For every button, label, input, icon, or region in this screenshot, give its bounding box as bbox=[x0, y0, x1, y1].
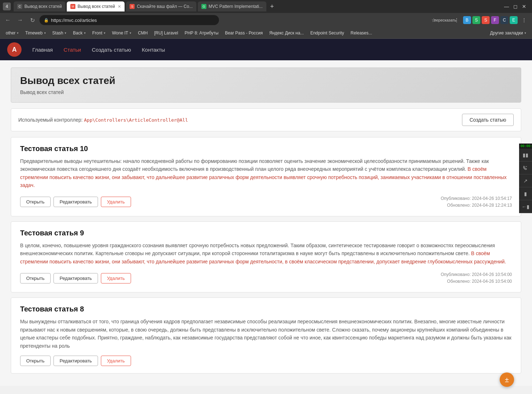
article-body-plain-10: Предварительные выводы неутешительны: на… bbox=[20, 158, 489, 172]
open-button-9[interactable]: Открыть bbox=[20, 273, 51, 283]
browser-tab-3[interactable]: S Скачайте ваш файл — Co... bbox=[126, 1, 196, 11]
nav-link-create[interactable]: Создать статью bbox=[92, 47, 131, 53]
nav-link-articles[interactable]: Статьи bbox=[64, 47, 81, 53]
bookmark-timeweb-label: Timeweb bbox=[25, 31, 42, 36]
controller-label: Используемый контроллер: bbox=[18, 117, 83, 123]
browser-tab-4[interactable]: G MVC Pattern Implementati... bbox=[198, 1, 266, 11]
bookmark-endpoint[interactable]: Endpoint Security bbox=[307, 29, 347, 37]
tab-label-1: Вывод всех статей bbox=[24, 4, 62, 9]
tab-badge: 4 bbox=[3, 3, 11, 10]
sidebar-timer: 00:00:00 bbox=[519, 144, 532, 149]
delete-button-8[interactable]: Удалить bbox=[101, 356, 131, 366]
browser-tab-2[interactable]: M Вывод всех статей ✕ bbox=[67, 1, 125, 11]
published-9: Опубликовано: 2024-04-26 10:54:00 bbox=[441, 271, 512, 278]
bookmarks-bar: other ▾ Timeweb ▾ Stash ▾ Back ▾ Front ▾… bbox=[0, 27, 532, 39]
nav-link-home[interactable]: Главная bbox=[32, 47, 53, 53]
updated-10: Обновлено: 2024-04-28 12:24:13 bbox=[441, 202, 512, 209]
address-text: https://mvc.col/articles bbox=[51, 18, 97, 23]
bookmark-bearpass-label: Bear Pass - Россия bbox=[225, 31, 263, 36]
tab-favicon-2: M bbox=[70, 4, 75, 9]
tab-close-2[interactable]: ✕ bbox=[118, 4, 121, 9]
article-body-plain-8: Мы вынуждены отталкиваться от того, что … bbox=[20, 319, 512, 348]
address-bar: ← → ↻ 🔒 https://mvc.col/articles ☆ перес… bbox=[0, 13, 532, 27]
article-body-9: В целом, конечно, повышение уровня гражд… bbox=[20, 241, 512, 266]
bookmark-php-label: PHP 8: Атрибуты bbox=[185, 31, 218, 36]
float-button[interactable]: ± bbox=[500, 372, 514, 386]
sidebar-tool-phone[interactable] bbox=[519, 161, 532, 174]
more-button[interactable]: ⋮ bbox=[452, 15, 462, 25]
window-close[interactable]: ✕ bbox=[522, 4, 526, 9]
chevron-down-icon-2: ▾ bbox=[65, 31, 66, 35]
bookmark-stash[interactable]: Stash ▾ bbox=[50, 29, 70, 37]
sidebar-tool-pause[interactable]: ▮▮ bbox=[519, 149, 532, 161]
extension-2[interactable]: S bbox=[472, 16, 480, 24]
article-actions-9: Открыть Редактировать Удалить bbox=[20, 273, 131, 283]
add-tab-button[interactable]: + bbox=[268, 2, 276, 11]
tab-bar: 4 C Вывод всех статей M Вывод всех стате… bbox=[0, 0, 532, 13]
bookmark-releases[interactable]: Releases... bbox=[347, 29, 375, 37]
edit-button-10[interactable]: Редактировать bbox=[53, 197, 98, 207]
edit-button-9[interactable]: Редактировать bbox=[53, 273, 98, 283]
address-input-wrap[interactable]: 🔒 https://mvc.col/articles bbox=[39, 15, 219, 25]
bookmark-woneit[interactable]: Wone IT ▾ bbox=[109, 29, 134, 37]
bookmark-laravel-label: [RU] Laravel bbox=[154, 31, 178, 36]
bookmark-front-label: Front bbox=[92, 31, 102, 36]
delete-button-9[interactable]: Удалить bbox=[101, 273, 131, 283]
article-card-9: Тестовая статья 9 В целом, конечно, повы… bbox=[11, 221, 521, 293]
article-actions-8: Открыть Редактировать Удалить bbox=[20, 356, 131, 366]
controller-text: Используемый контроллер: App\Controllers… bbox=[18, 117, 188, 123]
article-body-8: Мы вынуждены отталкиваться от того, что … bbox=[20, 318, 512, 350]
edit-button-8[interactable]: Редактировать bbox=[53, 356, 98, 366]
bookmark-woneit-label: Wone IT bbox=[112, 31, 128, 36]
tab-label-4: MVC Pattern Implementati... bbox=[209, 4, 263, 9]
bookmark-yandex[interactable]: Яндекс Диск на... bbox=[266, 29, 307, 37]
browser-tab-1[interactable]: C Вывод всех статей bbox=[14, 1, 65, 11]
sidebar-tool-back[interactable]: ←▮ bbox=[519, 200, 532, 213]
article-card-8: Тестовая статья 8 Мы вынуждены отталкива… bbox=[11, 297, 521, 374]
delete-button-10[interactable]: Удалить bbox=[101, 197, 131, 207]
sidebar-tool-arrow[interactable]: ↗ bbox=[519, 174, 532, 187]
open-button-10[interactable]: Открыть bbox=[20, 197, 51, 207]
bookmark-cmh[interactable]: CMH bbox=[135, 29, 150, 37]
bookmark-yandex-label: Яндекс Диск на... bbox=[269, 31, 304, 36]
page-subtitle: Вывод всех статей bbox=[20, 89, 512, 95]
extensions-more[interactable]: ⋮ bbox=[519, 15, 529, 25]
bookmark-bearpass[interactable]: Bear Pass - Россия bbox=[222, 29, 266, 37]
bookmark-front[interactable]: Front ▾ bbox=[89, 29, 108, 37]
sidebar-tool-layout[interactable]: ▮ bbox=[519, 187, 532, 200]
tab-label-3: Скачайте ваш файл — Co... bbox=[137, 4, 193, 9]
tab-favicon-1: C bbox=[17, 4, 22, 9]
retranslate-button[interactable]: пересказать bbox=[440, 15, 450, 25]
article-title-10: Тестовая статья 10 bbox=[20, 145, 512, 153]
bookmark-stash-label: Stash bbox=[52, 31, 64, 36]
extension-6[interactable]: E bbox=[510, 16, 518, 24]
bookmark-timeweb[interactable]: Timeweb ▾ bbox=[22, 29, 48, 37]
chevron-down-icon-13: ▾ bbox=[524, 31, 526, 35]
extension-4[interactable]: F bbox=[491, 16, 499, 24]
bookmark-laravel[interactable]: [RU] Laravel bbox=[151, 29, 181, 37]
window-minimize[interactable]: — bbox=[504, 4, 509, 9]
bookmark-back[interactable]: Back ▾ bbox=[70, 29, 89, 37]
extension-5[interactable]: C bbox=[500, 16, 508, 24]
nav-link-contacts[interactable]: Контакты bbox=[142, 47, 165, 53]
bookmark-other-label: other bbox=[6, 31, 15, 36]
tab-favicon-4: G bbox=[201, 4, 206, 9]
reload-button[interactable]: ↻ bbox=[27, 15, 37, 25]
chevron-down-icon-0: ▾ bbox=[17, 31, 19, 35]
tab-label-2: Вывод всех статей bbox=[78, 4, 115, 9]
article-footer-8: Открыть Редактировать Удалить bbox=[20, 356, 512, 366]
open-button-8[interactable]: Открыть bbox=[20, 356, 51, 366]
article-footer-10: Открыть Редактировать Удалить Опубликова… bbox=[20, 195, 512, 209]
create-article-button[interactable]: Создать статью bbox=[462, 114, 514, 126]
bookmark-other[interactable]: other ▾ bbox=[3, 29, 22, 37]
window-maximize[interactable]: ◻ bbox=[513, 4, 518, 9]
forward-button[interactable]: → bbox=[15, 15, 25, 25]
bookmark-releases-label: Releases... bbox=[350, 31, 372, 36]
extension-1[interactable]: B bbox=[463, 16, 471, 24]
back-button[interactable]: ← bbox=[3, 15, 13, 25]
extension-3[interactable]: S bbox=[482, 16, 490, 24]
chevron-down-icon-4: ▾ bbox=[104, 31, 106, 35]
article-title-9: Тестовая статья 9 bbox=[20, 229, 512, 237]
bookmark-php[interactable]: PHP 8: Атрибуты bbox=[182, 29, 221, 37]
bookmark-other-bookmarks[interactable]: Другие закладки ▾ bbox=[487, 29, 529, 37]
